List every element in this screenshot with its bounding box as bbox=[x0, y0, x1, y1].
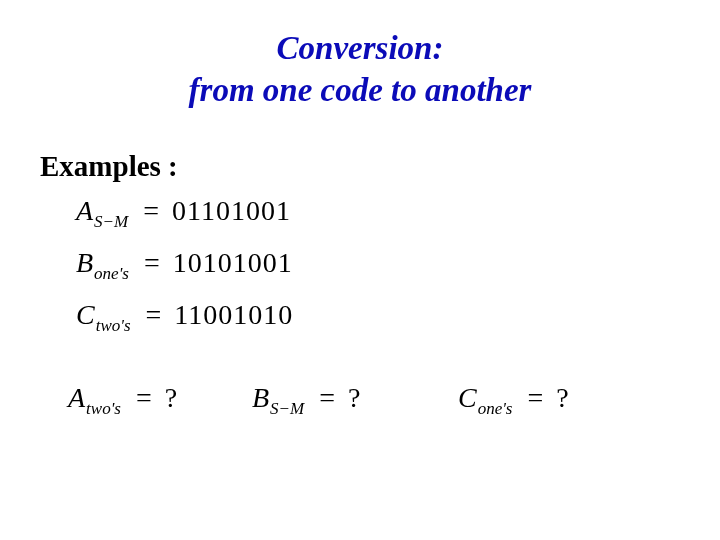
equation-b: Bone's = 10101001 bbox=[76, 247, 293, 284]
question-a: Atwo's = ? bbox=[68, 382, 177, 419]
q-b-rhs: ? bbox=[348, 382, 360, 413]
q-c-rhs: ? bbox=[556, 382, 568, 413]
eq-b-var: B bbox=[76, 247, 93, 278]
q-a-sub: two's bbox=[85, 399, 121, 418]
equals-sign: = bbox=[311, 382, 341, 413]
eq-a-value: 01101001 bbox=[172, 195, 291, 226]
title-line1: Conversion: bbox=[0, 30, 720, 67]
q-c-sub: one's bbox=[477, 399, 513, 418]
question-b: BS−M = ? bbox=[252, 382, 360, 419]
title-line2: from one code to another bbox=[0, 72, 720, 109]
q-a-rhs: ? bbox=[165, 382, 177, 413]
question-c: Cone's = ? bbox=[458, 382, 569, 419]
equals-sign: = bbox=[128, 382, 158, 413]
equals-sign: = bbox=[138, 299, 168, 330]
slide: Conversion: from one code to another Exa… bbox=[0, 0, 720, 540]
eq-a-sub: S−M bbox=[93, 212, 128, 231]
eq-b-value: 10101001 bbox=[173, 247, 293, 278]
q-a-var: A bbox=[68, 382, 85, 413]
equation-a: AS−M = 01101001 bbox=[76, 195, 291, 232]
examples-label: Examples : bbox=[40, 150, 178, 183]
equation-c: Ctwo's = 11001010 bbox=[76, 299, 293, 336]
eq-a-var: A bbox=[76, 195, 93, 226]
q-b-var: B bbox=[252, 382, 269, 413]
q-c-var: C bbox=[458, 382, 477, 413]
eq-b-sub: one's bbox=[93, 264, 129, 283]
equals-sign: = bbox=[136, 247, 166, 278]
eq-c-var: C bbox=[76, 299, 95, 330]
eq-c-sub: two's bbox=[95, 316, 131, 335]
q-b-sub: S−M bbox=[269, 399, 304, 418]
equals-sign: = bbox=[519, 382, 549, 413]
equals-sign: = bbox=[135, 195, 165, 226]
eq-c-value: 11001010 bbox=[174, 299, 293, 330]
